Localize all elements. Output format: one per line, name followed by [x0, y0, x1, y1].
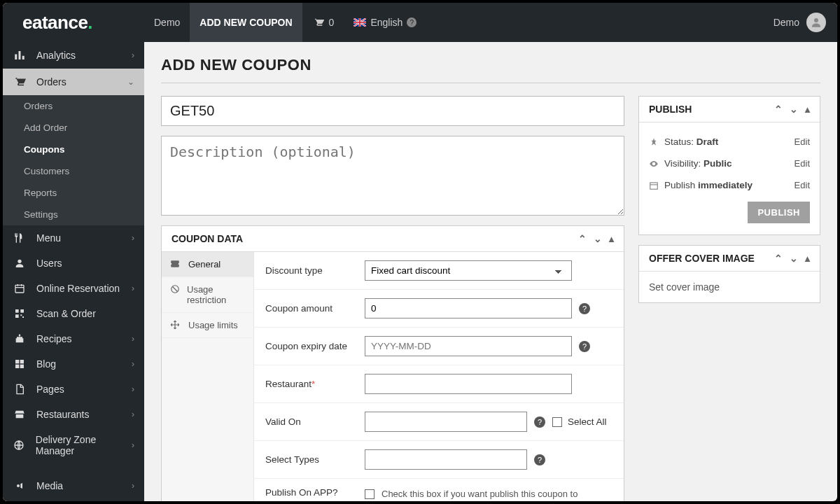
panel-down-icon[interactable]: ⌄: [790, 104, 798, 115]
publish-app-hint: Check this box if you want publish this …: [382, 487, 606, 501]
page-title: ADD NEW COUPON: [161, 56, 820, 83]
edit-status-link[interactable]: Edit: [794, 136, 810, 147]
brand-text: eatance: [22, 12, 88, 34]
sidebar-sub-reports[interactable]: Reports: [3, 182, 144, 204]
move-icon: [170, 320, 181, 330]
sidebar-sub-add-order[interactable]: Add Order: [3, 117, 144, 139]
tab-general[interactable]: General: [162, 252, 253, 277]
svg-rect-13: [20, 314, 22, 316]
eye-icon: [649, 159, 664, 169]
brand-logo[interactable]: eatance.: [3, 12, 144, 34]
panel-up-icon[interactable]: ⌃: [578, 233, 587, 244]
sidebar-label: Orders: [36, 76, 66, 88]
sidebar-label: Scan & Order: [36, 308, 96, 319]
set-cover-link[interactable]: Set cover image: [649, 281, 720, 293]
sidebar-label: Analytics: [36, 50, 76, 61]
sidebar-label: Online Reservation: [36, 283, 120, 294]
svg-rect-14: [22, 316, 24, 318]
visibility-label: Visibility: Public: [664, 158, 732, 169]
panel-title: COUPON DATA: [172, 233, 243, 244]
sidebar-item-restaurants[interactable]: Restaurants ›: [3, 402, 144, 427]
topnav-add-coupon[interactable]: ADD NEW COUPON: [190, 3, 302, 42]
sidebar-sub-settings[interactable]: Settings: [3, 204, 144, 225]
calendar-icon: [13, 283, 27, 294]
svg-rect-11: [20, 309, 24, 313]
tab-usage-restriction[interactable]: Usage restriction: [162, 277, 253, 313]
svg-rect-12: [15, 314, 19, 318]
select-all-label: Select All: [568, 416, 607, 427]
panel-up-icon[interactable]: ⌃: [774, 253, 783, 264]
sidebar-item-media[interactable]: Media ›: [3, 473, 144, 498]
panel-down-icon[interactable]: ⌄: [594, 233, 602, 244]
flag-icon: [354, 18, 366, 27]
language-selector[interactable]: English ?: [344, 17, 426, 28]
topnav-demo[interactable]: Demo: [144, 3, 190, 42]
discount-type-select[interactable]: Fixed cart discount: [365, 260, 572, 281]
chevron-right-icon: ›: [132, 233, 134, 243]
select-types-input[interactable]: [365, 449, 527, 470]
tab-usage-limits[interactable]: Usage limits: [162, 313, 253, 338]
label-valid-on: Valid On: [265, 416, 355, 427]
help-icon[interactable]: ?: [534, 454, 545, 465]
cover-image-panel: OFFER COVER IMAGE ⌃ ⌄ ▴ Set cover image: [638, 245, 820, 303]
panel-collapse-icon[interactable]: ▴: [805, 104, 810, 115]
help-icon[interactable]: ?: [579, 303, 590, 314]
sidebar-item-users[interactable]: Users: [3, 251, 144, 276]
sidebar-item-delivery[interactable]: Delivery Zone Manager ›: [3, 427, 144, 463]
chevron-down-icon: ⌄: [127, 77, 134, 87]
restaurant-input[interactable]: [365, 374, 572, 394]
svg-point-1: [814, 18, 818, 22]
sidebar-sub-orders[interactable]: Orders: [3, 95, 144, 117]
user-icon: [13, 258, 27, 269]
sidebar-sub-customers[interactable]: Customers: [3, 160, 144, 182]
publish-app-checkbox[interactable]: [365, 489, 374, 499]
svg-rect-2: [15, 55, 17, 60]
chevron-right-icon: ›: [132, 50, 134, 60]
sidebar-item-scan[interactable]: Scan & Order: [3, 301, 144, 326]
coupon-description-input[interactable]: [161, 136, 624, 216]
svg-rect-6: [15, 285, 24, 293]
sidebar-item-orders[interactable]: Orders ⌄: [3, 69, 144, 95]
help-icon[interactable]: ?: [534, 416, 545, 428]
label-discount-type: Discount type: [265, 265, 355, 276]
tab-label: Usage restriction: [187, 284, 245, 305]
panel-title: OFFER COVER IMAGE: [649, 253, 755, 264]
svg-rect-10: [15, 309, 19, 313]
sidebar-label: Delivery Zone Manager: [36, 434, 132, 456]
cart-button[interactable]: 0: [302, 17, 344, 28]
sidebar-item-pages[interactable]: Pages ›: [3, 377, 144, 402]
sidebar-item-recipes[interactable]: Recipes ›: [3, 326, 144, 351]
panel-collapse-icon[interactable]: ▴: [609, 233, 614, 244]
valid-on-input[interactable]: [365, 412, 527, 432]
sidebar-item-reservation[interactable]: Online Reservation ›: [3, 276, 144, 301]
select-all-checkbox[interactable]: [552, 417, 562, 427]
svg-point-20: [17, 484, 20, 487]
panel-title: PUBLISH: [649, 104, 692, 115]
panel-collapse-icon[interactable]: ▴: [805, 253, 810, 264]
sidebar-label: Restaurants: [36, 409, 89, 420]
coupon-code-input[interactable]: [161, 96, 624, 126]
chevron-right-icon: ›: [132, 384, 134, 394]
panel-up-icon[interactable]: ⌃: [774, 104, 783, 115]
publish-button[interactable]: PUBLISH: [748, 202, 810, 223]
edit-schedule-link[interactable]: Edit: [794, 180, 810, 190]
cake-icon: [13, 333, 27, 344]
sidebar-sub-coupons[interactable]: Coupons: [3, 139, 144, 160]
user-menu[interactable]: Demo: [774, 13, 837, 32]
coupon-amount-input[interactable]: [365, 298, 572, 318]
edit-visibility-link[interactable]: Edit: [794, 158, 810, 169]
panel-down-icon[interactable]: ⌄: [790, 253, 798, 264]
svg-rect-16: [20, 360, 24, 363]
sidebar-item-blog[interactable]: Blog ›: [3, 351, 144, 377]
sidebar-item-contact[interactable]: Contact ›: [3, 498, 144, 501]
help-icon[interactable]: ?: [579, 341, 590, 352]
sidebar-item-analytics[interactable]: Analytics ›: [3, 42, 144, 69]
expiry-input[interactable]: [365, 336, 572, 356]
chevron-right-icon: ›: [132, 334, 134, 344]
tab-label: General: [188, 259, 220, 270]
chevron-right-icon: ›: [132, 359, 134, 369]
chevron-right-icon: ›: [132, 440, 134, 450]
avatar: [806, 13, 826, 32]
sidebar-item-menu[interactable]: Menu ›: [3, 225, 144, 251]
pin-icon: [649, 137, 664, 147]
